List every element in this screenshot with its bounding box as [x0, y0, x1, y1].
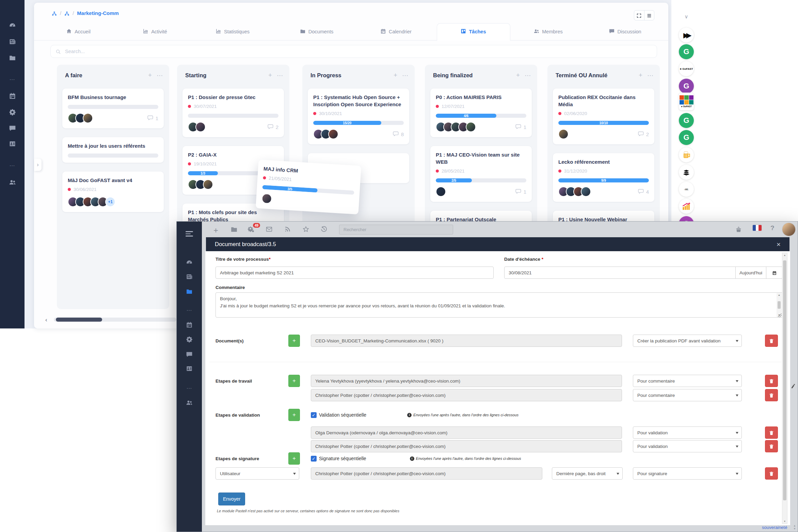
- signer-type-select[interactable]: Utilisateur: [216, 467, 299, 480]
- tab-statistiques[interactable]: Statistiques: [216, 23, 250, 40]
- org-tree-icon[interactable]: [52, 10, 57, 16]
- tab-accueil[interactable]: Accueil: [66, 23, 91, 40]
- avatar[interactable]: [203, 179, 213, 190]
- fast-forward-icon[interactable]: ▶▶: [679, 28, 694, 43]
- avatar[interactable]: [436, 187, 446, 197]
- kanban-card[interactable]: MàJ Doc GoFAST avant v430/06/2021+1: [62, 172, 164, 212]
- scroll-arrows[interactable]: ▲▼: [793, 524, 796, 530]
- chat-icon[interactable]: [177, 351, 202, 359]
- expand-panel-button[interactable]: ›: [34, 159, 42, 171]
- kanban-card[interactable]: Lecko référencement31/12/20209/94: [553, 153, 654, 202]
- sequential-signature-checkbox[interactable]: ✓: [311, 456, 317, 462]
- avatar[interactable]: [261, 193, 272, 204]
- breadcrumb[interactable]: / / Marketing-Comm: [52, 10, 119, 16]
- tab-discussion[interactable]: Discussion: [609, 23, 641, 40]
- send-button[interactable]: Envoyer: [218, 493, 245, 505]
- ellipsis-icon[interactable]: ⋯: [0, 162, 25, 169]
- gofast-g-icon[interactable]: G: [679, 44, 694, 59]
- comments-count[interactable]: 8: [393, 130, 404, 138]
- id-card-icon[interactable]: [177, 365, 202, 373]
- more-members-badge[interactable]: +1: [105, 197, 115, 207]
- signature-type-select[interactable]: Pour signature: [633, 467, 742, 480]
- scroll-left-arrow[interactable]: ‹: [45, 317, 47, 323]
- kanban-card[interactable]: P1 : Dossier de presse Gtec30/07/20212: [182, 88, 284, 137]
- scrollbar-thumb[interactable]: [783, 260, 786, 500]
- avatar[interactable]: [558, 129, 569, 139]
- calendar-icon[interactable]: [0, 92, 25, 101]
- rss-icon[interactable]: [284, 226, 292, 234]
- envelope-icon[interactable]: [266, 226, 274, 234]
- books-icon[interactable]: [679, 165, 694, 180]
- search-input[interactable]: [64, 48, 652, 54]
- users-icon[interactable]: [0, 179, 25, 187]
- add-card-button[interactable]: +: [516, 71, 520, 79]
- add-card-button[interactable]: +: [394, 71, 397, 79]
- gear-icon[interactable]: [177, 336, 202, 344]
- id-card-icon[interactable]: [0, 140, 25, 149]
- star-icon[interactable]: [302, 226, 310, 234]
- list-view-button[interactable]: [644, 11, 654, 20]
- scrollbar-thumb[interactable]: [56, 318, 102, 322]
- work-step-type-select[interactable]: Pour commentaire: [633, 389, 742, 401]
- comments-count[interactable]: 1: [147, 114, 158, 122]
- document-action-select[interactable]: Créer la publication PDF avant validatio…: [633, 335, 742, 347]
- board-horizontal-scrollbar[interactable]: [54, 318, 176, 322]
- process-title-field[interactable]: Arbitrage budget marketing S2 2021: [216, 267, 494, 279]
- vision-logo-icon[interactable]: -VI:: [679, 182, 694, 197]
- kanban-card[interactable]: P1 : MAJ CEO-Vision team sur site WEB28/…: [430, 146, 532, 202]
- avatar[interactable]: [466, 122, 476, 132]
- textarea-resize-grip[interactable]: [778, 313, 782, 317]
- folder-icon[interactable]: [230, 226, 239, 234]
- column-menu-button[interactable]: ⋯: [157, 71, 163, 79]
- validation-step-type-select[interactable]: Pour validation: [633, 426, 742, 439]
- newspaper-icon[interactable]: [0, 38, 25, 47]
- tab-membres[interactable]: Membres: [533, 23, 562, 40]
- beer-icon[interactable]: [679, 147, 694, 162]
- calendar-icon[interactable]: [177, 321, 202, 329]
- avatar[interactable]: [83, 113, 93, 123]
- tab-calendrier[interactable]: Calendrier: [380, 23, 412, 40]
- kanban-card[interactable]: P0 : Action MAIRIES PARIS12/07/20214/61: [430, 88, 532, 137]
- sequential-validation-checkbox[interactable]: ✓: [311, 412, 317, 418]
- kanban-card[interactable]: Mettre à jour les users référents: [62, 137, 164, 163]
- signature-position-select[interactable]: Dernière page, bas droit: [552, 467, 623, 480]
- delete-validation-step-button[interactable]: [765, 426, 778, 439]
- ellipsis-icon[interactable]: ⋯: [0, 76, 25, 83]
- comments-count[interactable]: 4: [638, 188, 649, 196]
- tachometer-icon[interactable]: [0, 22, 25, 30]
- column-menu-button[interactable]: ⋯: [647, 71, 654, 79]
- comments-count[interactable]: 2: [638, 130, 649, 138]
- gear-icon[interactable]: [0, 109, 25, 117]
- column-menu-button[interactable]: ⋯: [402, 71, 409, 79]
- kanban-card[interactable]: Publication REX Occitanie dans Média02/0…: [553, 88, 654, 144]
- basket-icon[interactable]: [735, 226, 743, 234]
- user-avatar[interactable]: [782, 223, 795, 236]
- chevron-down-icon[interactable]: ∨: [679, 9, 694, 24]
- avatar[interactable]: [581, 187, 591, 197]
- due-date-field[interactable]: 30/08/2021: [504, 267, 736, 279]
- column-menu-button[interactable]: ⋯: [277, 71, 283, 79]
- comments-count[interactable]: 1: [515, 123, 526, 131]
- delete-work-step-button[interactable]: [765, 389, 778, 401]
- growth-chart-icon[interactable]: [679, 199, 694, 214]
- souverainete-link[interactable]: souveraineté: [762, 525, 787, 530]
- toolbar-search[interactable]: [339, 225, 453, 235]
- modal-scrollbar[interactable]: ▲ ▼: [782, 253, 787, 524]
- add-signature-step-button[interactable]: +: [288, 452, 300, 465]
- gofast-g-icon[interactable]: G: [679, 113, 694, 128]
- gears-icon[interactable]: 49: [248, 226, 256, 234]
- toolbar-search-input[interactable]: [343, 227, 449, 232]
- newspaper-icon[interactable]: [177, 273, 202, 281]
- column-menu-button[interactable]: ⋯: [525, 71, 531, 79]
- comment-textarea[interactable]: Bonjour, J'ai mis à jour le budget marke…: [216, 292, 783, 318]
- help-icon[interactable]: ?: [770, 224, 775, 232]
- today-button[interactable]: Aujourd'hui: [736, 267, 766, 279]
- history-icon[interactable]: [320, 226, 329, 234]
- delete-document-button[interactable]: [765, 335, 778, 347]
- avatar[interactable]: [195, 122, 206, 132]
- ellipsis-icon[interactable]: ⋯: [177, 385, 202, 391]
- add-card-button[interactable]: +: [148, 71, 152, 79]
- add-validation-step-button[interactable]: +: [288, 409, 300, 421]
- board-search[interactable]: [50, 45, 657, 58]
- kanban-card[interactable]: MAJ info CRM21/05/20213/5: [256, 160, 361, 214]
